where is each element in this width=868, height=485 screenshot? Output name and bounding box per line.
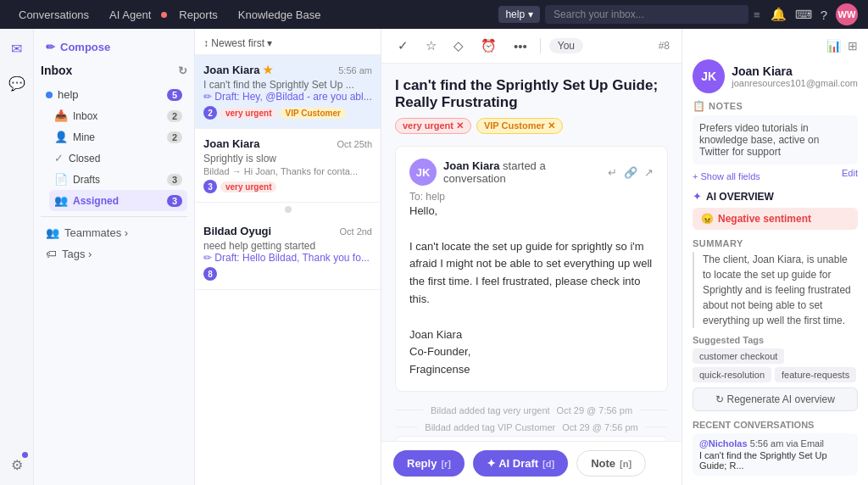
star-icon-1: ★ [263,64,273,76]
sep-left-2 [395,426,418,427]
inbox-icon[interactable]: ✉ [8,37,25,60]
activity-text-1: Bildad added tag very urgent [431,405,550,415]
tag-urgent-2: very urgent [220,181,276,192]
notes-header: 📋 Notes [693,100,858,112]
bell-icon[interactable]: 🔔 [771,7,787,22]
assigned-icon: 👥 [54,194,68,207]
conv-body: I can't find the Sprightly Set Up Guide;… [381,64,682,441]
main-layout: ✉ 💬 ⚙ ✏ Compose Inbox ↻ help 5 [0,29,868,485]
chart-icon[interactable]: 📊 [826,39,841,53]
help-count: 5 [167,89,182,101]
help-icon[interactable]: ? [821,8,827,22]
notes-icon: 📋 [693,100,705,112]
conv-tags-2: 3 very urgent [203,180,372,193]
reply-button[interactable]: Reply [r] [393,450,465,477]
label-vip-customer[interactable]: VIP Customer ✕ [476,118,563,134]
conv-time-3: Oct 2nd [339,226,372,237]
conv-list-divider [195,203,381,216]
label-button[interactable]: ◇ [449,36,468,56]
tag-icon: 🏷 [46,248,57,260]
settings-icon[interactable]: ⚙ [8,454,26,477]
sidebar-item-mine[interactable]: 👤 Mine 2 [49,126,187,148]
contact-info: Joan Kiara joanresources101@gmail.com [732,64,858,88]
nav-conversations[interactable]: Conversations [10,5,97,25]
show-fields-link[interactable]: + Show all fields [693,171,760,181]
sep-right-2 [645,426,668,427]
edit-link[interactable]: Edit [842,168,858,181]
compose-button[interactable]: ✏ Compose [41,37,187,57]
conv-item-1[interactable]: Joan Kiara ★ 5:56 am I can't find the Sp… [195,55,381,129]
quote-icon[interactable]: ↵ [608,166,617,179]
contact-name: Joan Kiara [732,64,858,78]
conv-name-3: Bildad Oyugi [203,225,271,237]
sentiment-text: Negative sentiment [718,213,811,225]
recent-conv-item[interactable]: @Nicholas 5:56 am via Email I can't find… [693,433,858,476]
sidebar-item-inbox[interactable]: 📥 Inbox 2 [49,105,187,126]
sep-right-1 [639,410,668,410]
message-1-author-wrap: Joan Kiara started a conversation [443,159,601,185]
label-very-urgent[interactable]: very urgent ✕ [395,118,471,134]
right-top-icons: 📊 ⊞ [693,39,858,53]
sidebar-item-help[interactable]: help 5 [41,84,187,105]
reply-bar: Reply [r] ✦ AI Draft [d] Note [n] [381,441,682,485]
sidebar-item-closed[interactable]: ✓ Closed [49,148,187,169]
top-nav: Conversations AI Agent Reports Knowledge… [0,0,868,29]
link-icon[interactable]: 🔗 [624,166,637,179]
conv-item-2[interactable]: Joan Kiara Oct 25th Sprightly is slow Bi… [195,129,381,203]
suggested-tag-1[interactable]: customer checkout [693,348,784,364]
nav-knowledge-base[interactable]: Knowledge Base [230,5,330,25]
conv-badge-3: 8 [203,267,217,281]
ai-draft-button[interactable]: ✦ AI Draft [d] [473,450,568,477]
conv-time-2: Oct 25th [337,139,372,149]
inbox-sub-icon: 📥 [54,109,68,122]
sidebar-item-teammates[interactable]: 👥 Teammates › [41,222,187,243]
conv-tags-1: 2 very urgent VIP Customer [203,106,372,120]
sidebar-item-tags[interactable]: 🏷 Tags › [41,243,187,265]
mine-icon: 👤 [54,131,68,143]
activity-line-1: Bildad added tag very urgent Oct 29 @ 7:… [395,402,668,419]
suggested-tag-2[interactable]: quick-resolution [693,367,771,382]
you-badge[interactable]: You [549,38,583,53]
chat-icon[interactable]: 💬 [5,72,29,95]
regen-button[interactable]: ↻ Regenerate AI overview [693,387,858,411]
conv-name-2: Joan Kiara [203,137,259,150]
activity-time-2: Oct 29 @ 7:56 pm [562,422,637,432]
user-avatar[interactable]: WW [836,3,858,25]
keyboard-icon[interactable]: ⌨ [795,8,812,21]
nav-reports[interactable]: Reports [170,5,226,25]
conv-item-1-header: Joan Kiara ★ 5:56 am [203,64,372,76]
conv-time-1: 5:56 am [338,65,372,75]
nav-ai-agent-wrap[interactable]: AI Agent [101,5,167,25]
teammates-icon: 👥 [46,226,59,239]
right-panel: 📊 ⊞ JK Joan Kiara joanresources101@gmail… [682,29,868,485]
suggested-tag-3[interactable]: feature-requests [775,367,856,382]
more-button[interactable]: ••• [509,36,531,56]
notes-label: Notes [709,101,743,111]
check-button[interactable]: ✓ [393,36,413,56]
summary-label: Summary [693,238,858,248]
inbox-sub-count: 2 [167,110,182,122]
conv-sub-2: Bildad → Hi Joan, Thanks for conta... [203,166,372,176]
note-button[interactable]: Note [n] [576,450,646,477]
ai-overview-header: ✦ AI OVERVIEW [693,190,858,203]
avatar-jk: JK [409,159,437,186]
tag-vip-1: VIP Customer [280,108,345,119]
star-button[interactable]: ☆ [421,36,441,56]
collapse-icon[interactable]: ⊞ [848,39,858,53]
suggested-tags-row-1: customer checkout [693,348,858,364]
snooze-button[interactable]: ⏰ [476,36,501,56]
sidebar-item-drafts[interactable]: 📄 Drafts 3 [49,169,187,190]
suggested-tags-row-2: quick-resolution feature-requests [693,367,858,382]
sort-button[interactable]: ↕ Newest first ▾ [203,37,272,49]
sidebar-item-assigned[interactable]: 👥 Assigned 3 [49,190,187,211]
external-icon[interactable]: ↗ [644,166,654,179]
filter-icon[interactable]: ≡ [754,8,760,21]
refresh-icon[interactable]: ↻ [178,64,187,77]
contact-email: joanresources101@gmail.com [732,78,858,88]
conv-item-3[interactable]: Bildad Oyugi Oct 2nd need help getting s… [195,216,381,290]
recent-conv-meta: @Nicholas 5:56 am via Email [699,438,851,449]
summary-text: The client, Joan Kiara, is unable to loc… [693,252,858,328]
help-badge[interactable]: help ▾ [498,6,540,23]
search-input[interactable] [545,5,748,24]
message-author-1: Joan Kiara [443,159,499,172]
